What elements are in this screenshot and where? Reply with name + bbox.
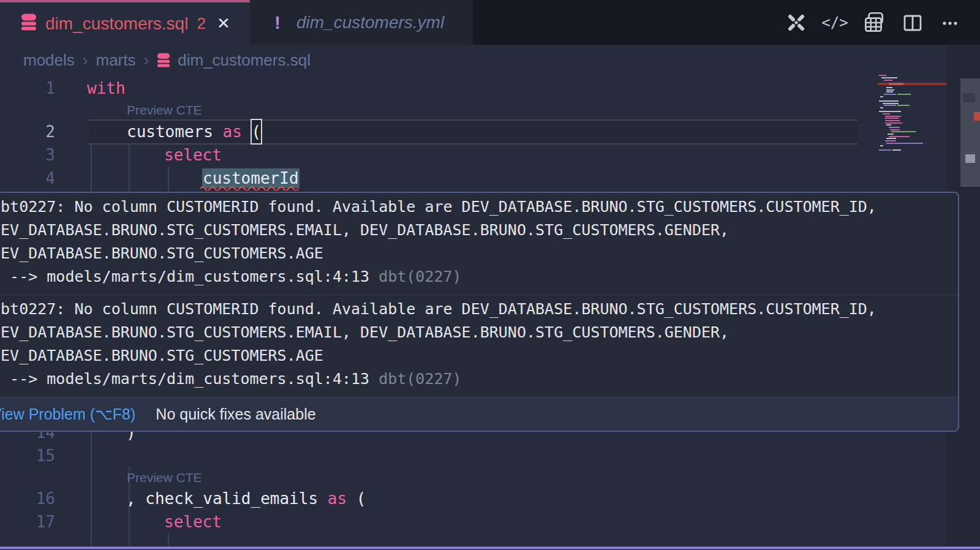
tab-dim-customers-sql[interactable]: dim_customers.sql 2 ✕ (0, 0, 250, 45)
tab-bar: dim_customers.sql 2 ✕ ! dim_customers.ym… (0, 0, 980, 45)
overview-ruler-error-mark (974, 112, 980, 121)
more-actions-icon[interactable] (938, 10, 962, 35)
no-quick-fixes-label: No quick fixes available (156, 405, 315, 423)
diagnostic-location: --> models/marts/dim_customers.sql:4:13 … (0, 367, 958, 391)
diagnostic-text: DEV_DATABASE.BRUNO.STG_CUSTOMERS.EMAIL, … (0, 321, 958, 344)
diagnostic-text: DEV_DATABASE.BRUNO.STG_CUSTOMERS.AGE (0, 344, 958, 367)
diagnostic-text: DEV_DATABASE.BRUNO.STG_CUSTOMERS.AGE (0, 242, 958, 265)
line-number: 16 (0, 487, 55, 510)
diagnostic-text: dbt0227: No column CUSTOMERID found. Ava… (0, 298, 958, 321)
editor-window: dim_customers.sql 2 ✕ ! dim_customers.ym… (0, 0, 980, 550)
code-lens-preview-cte[interactable]: Preview CTE (127, 467, 202, 488)
tab-dim-customers-yml[interactable]: ! dim_customers.yml (250, 0, 473, 45)
view-problem-link[interactable]: View Problem (⌥F8) (0, 405, 135, 423)
code-token[interactable]: with (87, 79, 126, 97)
breadcrumb: models › marts › dim_customers.sql (0, 45, 946, 75)
split-editor-icon[interactable] (900, 10, 925, 35)
database-icon (21, 13, 37, 34)
tab-problem-badge: 2 (197, 14, 205, 33)
overview-ruler-mark (963, 93, 975, 102)
panel-divider (0, 546, 980, 549)
code-line-17[interactable]: 17 select (0, 510, 946, 533)
chevron-right-icon: › (83, 51, 88, 70)
code-line-15[interactable]: 15 (0, 444, 946, 467)
code-token[interactable]: select (164, 146, 222, 164)
diagnostic-block: dbt0227: No column CUSTOMERID found. Ava… (0, 295, 958, 397)
warning-icon: ! (274, 12, 281, 33)
chevron-right-icon: › (144, 51, 149, 70)
line-number: 4 (0, 167, 55, 190)
code-token[interactable]: ( (252, 122, 262, 141)
code-lens-preview-cte[interactable]: Preview CTE (127, 100, 202, 121)
svg-text:</>: </> (822, 14, 848, 31)
code-token[interactable]: , check_valid_emails (126, 489, 328, 508)
breadcrumb-item-file[interactable]: dim_customers.sql (178, 51, 311, 70)
diagnostic-location-path: --> models/marts/dim_customers.sql:4:13 (0, 268, 379, 285)
tab-label: dim_customers.sql (45, 14, 188, 34)
tab-label: dim_customers.yml (296, 13, 444, 32)
diagnostic-block: dbt0227: No column CUSTOMERID found. Ava… (0, 193, 958, 295)
code-line-16[interactable]: 16 , check_valid_emails as ( (0, 487, 946, 510)
code-token[interactable]: as (223, 122, 242, 141)
popup-footer: View Problem (⌥F8) No quick fixes availa… (0, 397, 958, 431)
diagnostic-text: DEV_DATABASE.BRUNO.STG_CUSTOMERS.EMAIL, … (0, 219, 958, 242)
query-results-icon[interactable] (861, 10, 887, 36)
code-token[interactable]: select (164, 513, 222, 531)
code-token[interactable]: as (328, 489, 347, 508)
code-line-3[interactable]: 3 select (0, 143, 946, 167)
diagnostic-text: dbt0227: No column CUSTOMERID found. Ava… (0, 195, 958, 219)
minimap[interactable] (878, 73, 946, 153)
diagnostic-source: dbt(0227) (379, 268, 461, 285)
line-number: 17 (0, 510, 55, 533)
code-token[interactable]: ( (347, 489, 366, 508)
code-line-2[interactable]: 2 customers as ( (0, 120, 946, 143)
editor-actions: </> (784, 0, 962, 45)
diagnostic-hover-popup: dbt0227: No column CUSTOMERID found. Ava… (0, 192, 959, 432)
text-cursor: ( (252, 120, 262, 143)
diagnostic-location: --> models/marts/dim_customers.sql:4:13 … (0, 265, 958, 288)
line-number: 3 (0, 143, 55, 167)
line-number: 2 (0, 120, 55, 143)
database-icon (157, 53, 170, 68)
code-token[interactable] (242, 122, 252, 141)
breadcrumb-item-models[interactable]: models (23, 51, 75, 70)
overview-ruler-mark (965, 154, 975, 163)
code-preview-icon[interactable]: </> (822, 10, 848, 35)
close-icon[interactable]: ✕ (217, 14, 230, 33)
error-squiggle (200, 186, 298, 190)
line-number: 1 (0, 77, 55, 100)
dbt-icon[interactable] (784, 10, 809, 35)
diagnostic-location-path: --> models/marts/dim_customers.sql:4:13 (0, 370, 379, 388)
indent-guide (168, 533, 169, 546)
code-token[interactable]: customers (127, 122, 223, 141)
code-line-4[interactable]: 4 customerId (0, 167, 946, 190)
code-line-1[interactable]: 1 with (0, 77, 946, 100)
diagnostic-source: dbt(0227) (379, 370, 461, 388)
breadcrumb-item-marts[interactable]: marts (96, 51, 136, 70)
line-number: 15 (0, 444, 55, 467)
